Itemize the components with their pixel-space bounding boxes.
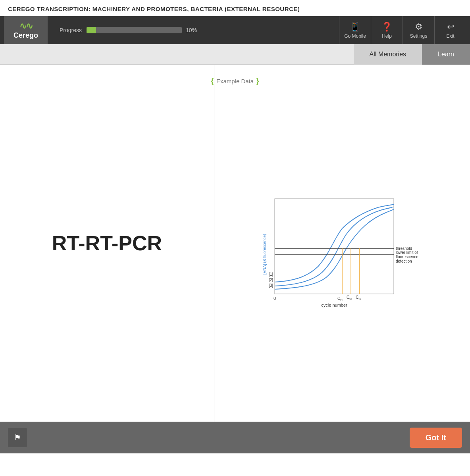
- navbar-actions: 📱 Go Mobile ❓ Help ⚙ Settings ↩ Exit: [339, 16, 466, 44]
- svg-text:[2]: [2]: [269, 278, 273, 282]
- help-icon: ❓: [381, 22, 392, 32]
- page-title: CEREGO TRANSCRIPTION: MACHINERY AND PROM…: [0, 0, 470, 16]
- example-badge-text: Example Data: [216, 78, 254, 84]
- example-badge: { Example Data }: [211, 77, 259, 86]
- flag-icon: ⚑: [14, 433, 21, 442]
- svg-text:cycle number: cycle number: [321, 303, 347, 307]
- tab-bar: All Memories Learn: [0, 44, 470, 65]
- exit-icon: ↩: [447, 22, 454, 32]
- exit-label: Exit: [446, 33, 454, 39]
- progress-bar-fill: [87, 27, 96, 33]
- svg-text:Ct2: Ct2: [347, 295, 352, 301]
- mobile-icon: 📱: [350, 22, 360, 32]
- card-term: RT-RT-PCR: [52, 231, 162, 255]
- svg-text:[3]: [3]: [269, 283, 273, 288]
- wave-icon: ∿∿: [19, 21, 32, 31]
- footer: ⚑ Got It: [0, 422, 470, 453]
- svg-text:0: 0: [274, 296, 276, 301]
- go-mobile-label: Go Mobile: [344, 33, 366, 39]
- main-content: { Example Data } RT-RT-PCR [RNA] (& fluo…: [0, 65, 470, 422]
- help-button[interactable]: ❓ Help: [371, 16, 403, 44]
- go-mobile-button[interactable]: 📱 Go Mobile: [339, 16, 371, 44]
- svg-text:fluorescence: fluorescence: [396, 255, 418, 259]
- all-memories-tab[interactable]: All Memories: [354, 44, 422, 65]
- brand-name: Cerego: [13, 31, 38, 40]
- progress-section: Progress 10%: [48, 27, 339, 33]
- term-panel: RT-RT-PCR: [0, 65, 214, 422]
- got-it-button[interactable]: Got It: [410, 428, 462, 448]
- exit-button[interactable]: ↩ Exit: [434, 16, 466, 44]
- chart-panel: [RNA] (& fluorescence): [214, 65, 470, 422]
- help-label: Help: [382, 33, 392, 39]
- svg-text:detection: detection: [396, 259, 412, 263]
- settings-button[interactable]: ⚙ Settings: [403, 16, 434, 44]
- navbar: ∿∿ Cerego Progress 10% 📱 Go Mobile ❓ Hel…: [0, 16, 470, 44]
- right-bracket-icon: }: [256, 77, 259, 86]
- progress-label: Progress: [60, 27, 82, 33]
- flag-button[interactable]: ⚑: [8, 428, 27, 447]
- pcr-chart: [RNA] (& fluorescence): [259, 191, 426, 319]
- svg-text:lower limit of: lower limit of: [396, 250, 418, 255]
- progress-percentage: 10%: [186, 27, 197, 33]
- settings-label: Settings: [410, 33, 427, 39]
- svg-text:Ct1: Ct1: [337, 296, 343, 302]
- brand-logo[interactable]: ∿∿ Cerego: [4, 16, 48, 44]
- left-bracket-icon: {: [211, 77, 214, 86]
- svg-text:Ct3: Ct3: [356, 295, 361, 301]
- settings-icon: ⚙: [415, 22, 423, 32]
- svg-text:[1]: [1]: [269, 272, 273, 276]
- learn-tab[interactable]: Learn: [422, 44, 470, 65]
- progress-bar-background: [87, 27, 182, 33]
- svg-text:[RNA] (& fluorescence): [RNA] (& fluorescence): [262, 234, 267, 274]
